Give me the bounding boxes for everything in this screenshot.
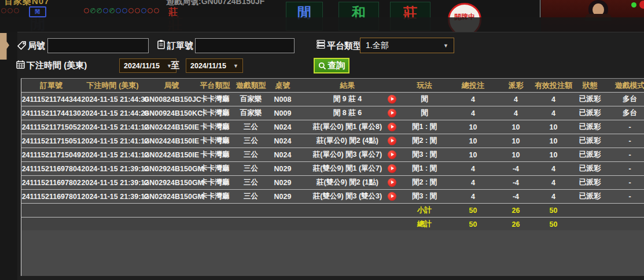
cell-game-type: 三公 xyxy=(231,120,271,134)
order-number-input[interactable] xyxy=(195,38,295,53)
cell-table-no: N029 xyxy=(271,190,295,204)
cell-total-bet: 4 xyxy=(448,93,498,106)
date-from-select[interactable]: 2024/11/15 ▼ xyxy=(119,58,176,73)
table-row: 241115211744130 2024-11-15 21:44:28 GN00… xyxy=(21,106,644,120)
platform-type-value: 1.全部 xyxy=(366,40,389,51)
replay-button[interactable] xyxy=(388,150,396,159)
replay-button[interactable] xyxy=(388,192,396,201)
col-status: 狀態 xyxy=(573,79,607,93)
date-to-select[interactable]: 2024/11/15 ▼ xyxy=(186,58,243,73)
total-valid-bet: 50 xyxy=(534,218,573,231)
cell-valid-bet: 10 xyxy=(534,120,573,134)
cell-game-type: 三公 xyxy=(231,134,271,148)
platform-type-label: 平台類型 xyxy=(327,40,362,51)
order-number-label: 訂單號 xyxy=(167,40,193,51)
record-indicator-icon xyxy=(639,1,644,9)
calendar-icon xyxy=(16,60,25,69)
round-number-input[interactable] xyxy=(47,38,149,53)
cell-valid-bet: 10 xyxy=(534,148,573,162)
bead-blue xyxy=(141,8,146,13)
bead-red xyxy=(128,8,134,13)
cell-mode: 多台 xyxy=(607,106,644,120)
left-gutter xyxy=(0,32,17,280)
replay-button[interactable] xyxy=(388,95,396,104)
subtotal-payout: 26 xyxy=(498,204,534,218)
cell-game-no: GN00824B150JC xyxy=(144,93,200,106)
game-round-number: 遊戲局號:GN00724B150JF xyxy=(166,0,264,7)
cell-payout: 4 xyxy=(498,106,534,120)
cell-valid-bet: 10 xyxy=(534,134,573,148)
cell-game-type: 三公 xyxy=(231,190,271,204)
cell-bet-time: 2024-11-15 21:41:12 xyxy=(82,148,144,162)
bead-green xyxy=(97,8,102,13)
cell-table-no: N009 xyxy=(271,106,295,120)
platform-type-select[interactable]: 1.全部 ▼ xyxy=(360,38,454,53)
cell-payout: -4 xyxy=(498,176,534,190)
cell-game-type: 三公 xyxy=(231,162,271,176)
cell-play: 閒3 : 閒 xyxy=(401,190,448,204)
replay-button[interactable] xyxy=(388,164,396,173)
cell-valid-bet: 4 xyxy=(534,162,573,176)
cell-result: 莊(單公0) 閒3 (單公7) xyxy=(295,148,401,162)
play-icon xyxy=(391,111,394,115)
replay-button[interactable] xyxy=(388,109,396,117)
cell-game-no: GN02424B150IE xyxy=(144,120,200,134)
date-range-to-label: 至 xyxy=(171,60,179,71)
play-icon xyxy=(391,167,394,170)
cell-play: 閒1 : 閒 xyxy=(401,120,448,134)
platform-list-icon xyxy=(316,39,326,49)
cell-game-type: 百家樂 xyxy=(231,93,271,106)
cell-payout: 10 xyxy=(498,120,534,134)
cell-mode: - xyxy=(607,176,644,190)
cell-payout: 10 xyxy=(498,148,534,162)
cell-bet-time: 2024-11-15 21:41:12 xyxy=(82,120,144,134)
cell-order-no: 241115211697804 xyxy=(21,162,82,176)
cell-order-no: 241115211697801 xyxy=(21,190,82,204)
cell-table-no: N029 xyxy=(271,176,295,190)
cell-result: 閒 8 莊 6 xyxy=(295,106,401,120)
cell-platform: 卡卡灣廳 xyxy=(200,93,231,106)
cell-status: 已派彩 xyxy=(573,93,607,106)
cell-bet-time: 2024-11-15 21:41:12 xyxy=(82,134,144,148)
records-tbody: 241115211744344 2024-11-15 21:44:30 GN00… xyxy=(21,93,644,204)
cell-result: 莊(雙公9) 閒2 (1點) xyxy=(295,176,401,190)
cell-status: 已派彩 xyxy=(573,134,607,148)
cell-platform: 卡卡灣廳 xyxy=(200,176,231,190)
bead-red xyxy=(135,8,140,13)
chevron-down-icon: ▼ xyxy=(443,43,448,49)
cell-payout: -4 xyxy=(498,162,534,176)
dim-overlay xyxy=(0,17,644,32)
replay-button[interactable] xyxy=(388,123,396,131)
cell-bet-time: 2024-11-15 21:44:30 xyxy=(82,93,144,106)
cell-order-no: 241115211715051 xyxy=(21,134,82,148)
cell-mode: - xyxy=(607,134,644,148)
search-button[interactable]: 查詢 xyxy=(314,58,349,73)
cell-total-bet: 10 xyxy=(448,120,498,134)
cell-table-no: N024 xyxy=(271,148,295,162)
cell-play: 閒2 : 閒 xyxy=(401,134,448,148)
replay-button[interactable] xyxy=(388,178,396,187)
cell-valid-bet: 4 xyxy=(534,176,573,190)
cell-mode: - xyxy=(607,148,644,162)
play-icon xyxy=(391,194,394,198)
cell-platform: 卡卡灣廳 xyxy=(200,190,231,204)
cell-valid-bet: 4 xyxy=(534,106,573,120)
records-table: 訂單號 下注時間 (美東) 局號 平台類型 遊戲類型 桌號 結果 玩法 總投注 … xyxy=(21,78,644,231)
bead-blue xyxy=(103,8,108,13)
cell-platform: 卡卡灣廳 xyxy=(200,148,231,162)
cell-play: 閒 xyxy=(401,106,448,120)
cell-order-no: 241115211715052 xyxy=(21,120,82,134)
replay-button[interactable] xyxy=(388,137,396,145)
round-number-label: 局號 xyxy=(28,40,45,51)
bead-red xyxy=(1,8,6,13)
cell-total-bet: 4 xyxy=(448,190,498,204)
cell-bet-time: 2024-11-15 21:44:28 xyxy=(82,106,144,120)
cell-payout: -4 xyxy=(498,190,534,204)
cell-mode: - xyxy=(607,162,644,176)
bead-red xyxy=(14,8,19,13)
bead-red xyxy=(84,8,89,13)
cell-mode: 多台 xyxy=(607,93,644,106)
cell-bet-time: 2024-11-15 21:39:12 xyxy=(82,190,144,204)
cell-mode: - xyxy=(607,120,644,134)
bead-red xyxy=(8,8,13,13)
